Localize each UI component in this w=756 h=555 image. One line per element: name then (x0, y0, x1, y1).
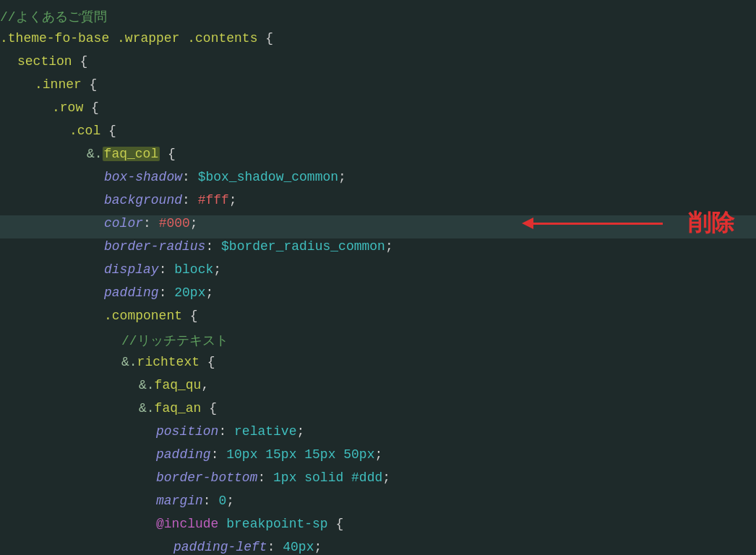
line-indent (0, 494, 156, 508)
line-indent (0, 424, 156, 439)
annotation-token: @include (156, 517, 218, 531)
line-indent (0, 401, 139, 416)
code-line-2: .theme-fo-base .wrapper .contents { (0, 30, 756, 53)
code-line-8: box-shadow: $box_shadow_common; (0, 169, 756, 192)
code-line-4: .inner { (0, 77, 756, 100)
semicolon-token: ; (338, 170, 346, 184)
brace-token: { (82, 77, 98, 92)
code-line-5: .row { (0, 100, 756, 123)
line-indent (0, 193, 104, 207)
semicolon-token: ; (385, 239, 393, 254)
annotation-value-token: breakpoint-sp (218, 517, 327, 531)
line-indent (0, 239, 104, 254)
selector-token: section (17, 54, 72, 69)
line-tokens: display: block; (104, 262, 221, 277)
colon-token: : (182, 193, 198, 207)
line-tokens: border-bottom: 1px solid #ddd; (156, 470, 390, 485)
semicolon-token: ; (229, 193, 237, 207)
comma-token: , (201, 378, 209, 392)
property-token: padding (156, 447, 211, 462)
property-token: display (104, 262, 159, 277)
property-token: border-bottom (156, 470, 257, 485)
line-indent (0, 540, 173, 554)
line-tokens: .col { (69, 124, 116, 138)
line-tokens: //よくあるご質問 (0, 8, 107, 25)
line-tokens: box-shadow: $box_shadow_common; (104, 170, 346, 184)
line-tokens: &.faq_col { (87, 147, 176, 161)
selector-token: richtext (137, 355, 199, 369)
line-tokens: padding-left: 40px; (173, 540, 322, 554)
comment-token: //よくあるご質問 (0, 10, 107, 25)
colon-token: : (159, 285, 175, 300)
property-token: margin (156, 494, 203, 508)
code-line-20: padding: 10px 15px 15px 50px; (0, 447, 756, 470)
semicolon-token: ; (382, 470, 390, 485)
line-indent (0, 216, 104, 231)
code-line-19: position: relative; (0, 423, 756, 447)
amp-token: &. (121, 355, 137, 369)
value-color-token: #000 (159, 216, 190, 231)
semicolon-token: ; (213, 262, 221, 277)
colon-token: : (205, 239, 221, 254)
brace-token: { (182, 309, 198, 323)
colon-token: : (257, 470, 273, 485)
value-keyword-token: block (174, 262, 213, 277)
brace-token: { (328, 517, 344, 531)
code-line-12: display: block; (0, 262, 756, 285)
line-tokens: padding: 20px; (104, 285, 213, 300)
amp-token: &. (139, 378, 155, 392)
line-tokens: position: relative; (156, 424, 304, 439)
colon-token: : (182, 170, 198, 184)
line-tokens: margin: 0; (156, 494, 234, 508)
code-line-21: border-bottom: 1px solid #ddd; (0, 470, 756, 493)
code-line-10: color: #000;削除 (0, 215, 756, 238)
line-tokens: &.faq_an { (139, 401, 217, 416)
code-line-15: //リッチテキスト (0, 331, 756, 354)
line-indent (0, 54, 17, 69)
value-number-token: 20px (174, 285, 205, 300)
semicolon-token: ; (226, 494, 234, 508)
code-line-16: &.richtext { (0, 354, 756, 377)
semicolon-token: ; (190, 216, 198, 231)
colon-token: : (143, 216, 159, 231)
semicolon-token: ; (314, 540, 322, 554)
line-tokens: section { (17, 54, 87, 69)
line-tokens: //リッチテキスト (121, 332, 228, 349)
property-token: box-shadow (104, 170, 182, 184)
line-indent (0, 378, 139, 392)
brace-token: { (72, 54, 88, 69)
line-indent (0, 470, 156, 485)
property-token: border-radius (104, 239, 205, 254)
code-line-11: border-radius: $border_radius_common; (0, 238, 756, 262)
brace-token: { (201, 401, 217, 416)
semicolon-token: ; (296, 424, 304, 439)
property-token: padding-left (173, 540, 267, 554)
line-tokens: background: #fff; (104, 193, 237, 207)
code-line-13: padding: 20px; (0, 285, 756, 308)
colon-token: : (211, 447, 227, 462)
code-line-22: margin: 0; (0, 493, 756, 516)
line-indent (0, 262, 104, 277)
selector-token: .inner (35, 77, 82, 92)
line-indent (0, 355, 121, 369)
code-line-17: &.faq_qu, (0, 377, 756, 400)
line-indent (0, 285, 104, 300)
arrow-shaft (533, 223, 663, 225)
property-token: position (156, 424, 218, 439)
line-tokens: &.faq_qu, (139, 378, 209, 392)
colon-token: : (203, 494, 219, 508)
code-line-14: .component { (0, 308, 756, 331)
line-tokens: .inner { (35, 77, 97, 92)
brace-token: { (160, 147, 176, 161)
code-editor: //よくあるご質問.theme-fo-base .wrapper .conten… (0, 0, 756, 555)
brace-token: { (83, 100, 99, 115)
value-color-token: #fff (198, 193, 229, 207)
selector-token: faq_an (155, 401, 202, 416)
value-var-token: $box_shadow_common (198, 170, 338, 184)
code-line-1: //よくあるご質問 (0, 7, 756, 30)
line-tokens: border-radius: $border_radius_common; (104, 239, 393, 254)
selector-token: faq_qu (155, 378, 202, 392)
delete-annotation: 削除 (522, 207, 734, 239)
line-tokens: padding: 10px 15px 15px 50px; (156, 447, 382, 462)
line-tokens: color: #000; (104, 216, 198, 231)
